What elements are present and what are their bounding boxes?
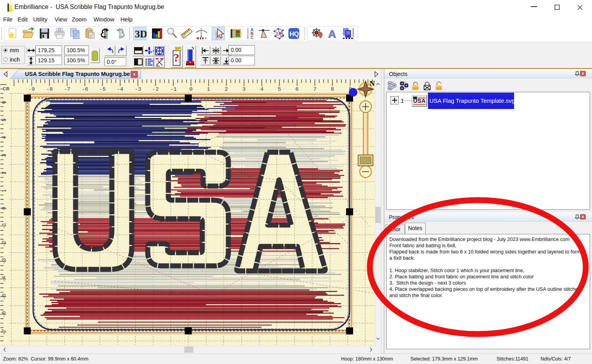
svg-text:6: 6: [1, 101, 7, 104]
svg-text:-1: -1: [170, 86, 177, 92]
svg-text:2: 2: [225, 86, 228, 92]
svg-text:1: 1: [207, 86, 210, 92]
svg-text:-7: -7: [1, 329, 7, 335]
svg-text:4: 4: [1, 136, 7, 139]
svg-text:A: A: [328, 28, 336, 40]
svg-text:4: 4: [260, 86, 263, 92]
svg-text:1: 1: [1, 189, 7, 192]
svg-text:C: C: [251, 35, 253, 40]
svg-text:-3: -3: [1, 258, 7, 264]
svg-text:5: 5: [1, 118, 7, 121]
svg-text:-6: -6: [82, 86, 88, 92]
svg-text:?: ?: [173, 51, 179, 64]
svg-text:0: 0: [1, 207, 7, 210]
svg-text:-5: -5: [1, 294, 7, 300]
svg-text:6: 6: [295, 86, 299, 92]
svg-text:3D: 3D: [135, 28, 147, 40]
svg-text:-9: -9: [28, 86, 35, 92]
svg-text:5: 5: [278, 86, 281, 92]
svg-text:2: 2: [1, 171, 7, 174]
svg-text:-8: -8: [46, 86, 53, 92]
svg-text:-1: -1: [1, 223, 7, 229]
svg-text:-4: -4: [1, 276, 7, 282]
svg-text:-3: -3: [135, 86, 141, 92]
svg-text:HQ: HQ: [290, 31, 299, 37]
svg-text:-7: -7: [64, 86, 71, 92]
svg-text:-2: -2: [152, 86, 159, 92]
svg-text:cm: cm: [3, 86, 9, 92]
svg-text:-5: -5: [99, 86, 106, 92]
svg-text:3: 3: [1, 154, 7, 157]
svg-text:0: 0: [189, 86, 193, 92]
svg-text:N: N: [369, 79, 375, 88]
svg-text:-6: -6: [1, 311, 7, 317]
svg-text:7: 7: [313, 86, 316, 92]
svg-text:-2: -2: [1, 241, 7, 247]
svg-text:8: 8: [331, 86, 334, 92]
svg-text:-4: -4: [117, 86, 124, 92]
svg-text:3: 3: [242, 86, 246, 92]
